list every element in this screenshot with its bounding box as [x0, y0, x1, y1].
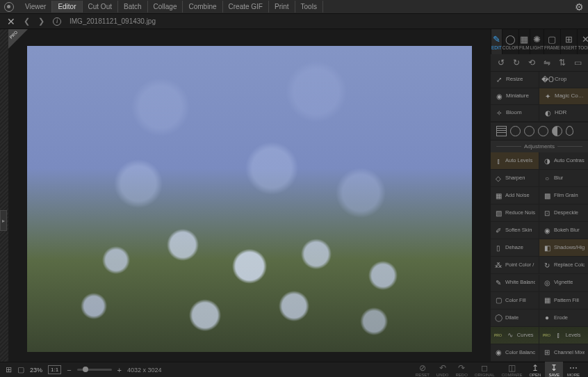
- adjust-sharpen[interactable]: ◇Sharpen: [491, 170, 539, 187]
- adjust-pattern-fill[interactable]: ▦Pattern Fill: [539, 292, 588, 310]
- adjust-soften-skin[interactable]: ✐Soften Skin: [491, 222, 539, 239]
- right-panel: ✎EDIT◯COLOR▦FILM✺LIGHT▢FRAME⊞INSERT✕TOOL…: [491, 29, 588, 362]
- adjustments-header: Adjustments: [491, 141, 588, 152]
- menu-batch[interactable]: Batch: [118, 1, 148, 13]
- menu-editor[interactable]: Editor: [52, 1, 82, 13]
- zoom-value: 23%: [30, 367, 42, 374]
- close-button[interactable]: ✕: [7, 16, 15, 27]
- preset-list-icon[interactable]: [496, 126, 507, 136]
- zoom-out-button[interactable]: −: [67, 366, 71, 374]
- menu-print[interactable]: Print: [269, 1, 295, 13]
- action-undo[interactable]: ↶UNDO: [434, 363, 452, 377]
- rotate-ccw-icon[interactable]: ↺: [496, 58, 506, 67]
- straighten-icon[interactable]: ▭: [573, 58, 582, 67]
- tool-crop[interactable]: �OCrop: [539, 72, 588, 88]
- adjust-despeckle[interactable]: ⊡Despeckle: [539, 204, 588, 222]
- rotate-cw-icon[interactable]: ↻: [512, 58, 521, 67]
- flip-v-icon[interactable]: ⇅: [557, 58, 567, 67]
- adjust-channel-mixer[interactable]: ⊞Channel Mixer: [539, 344, 588, 362]
- adjust-add-noise[interactable]: ▦Add Noise: [491, 187, 539, 204]
- mode-tab-insert[interactable]: ⊞INSERT: [560, 29, 578, 54]
- action-original[interactable]: ◻ORIGINAL: [472, 363, 498, 377]
- preset-row: [491, 122, 588, 141]
- preset-drop-icon[interactable]: [566, 126, 573, 136]
- info-icon[interactable]: i: [53, 17, 61, 26]
- preset-circle-1-icon[interactable]: [510, 126, 521, 136]
- rotate-free-icon[interactable]: ⟲: [527, 58, 537, 67]
- adjust-replace-color[interactable]: ↻Replace Color: [539, 257, 588, 274]
- menu-viewer[interactable]: Viewer: [19, 1, 52, 13]
- mode-tab-light[interactable]: ✺LIGHT: [530, 29, 544, 54]
- mode-tab-tools[interactable]: ✕TOOLS: [577, 29, 588, 54]
- grid-icon[interactable]: ⊞: [6, 365, 12, 374]
- image-dimensions: 4032 x 3024: [127, 367, 162, 374]
- left-strip: ▸: [0, 29, 8, 362]
- app-logo-icon[interactable]: [4, 2, 14, 12]
- action-save[interactable]: ↧SAVE: [545, 362, 563, 378]
- flip-h-icon[interactable]: ⇋: [542, 58, 552, 67]
- mode-tab-frame[interactable]: ▢FRAME: [544, 29, 560, 54]
- adjust-dilate[interactable]: ◯Dilate: [491, 310, 539, 327]
- transform-grid: ⤢Resize�OCrop◉Miniature✦Magic Color✧Bloo…: [491, 72, 588, 122]
- action-compare[interactable]: ◫COMPARE: [499, 363, 525, 377]
- zoom-in-button[interactable]: +: [117, 366, 122, 374]
- adjust-auto-levels[interactable]: ⫿Auto Levels: [491, 152, 539, 170]
- image-canvas[interactable]: [27, 46, 472, 352]
- adjust-film-grain[interactable]: ▩Film Grain: [539, 187, 588, 204]
- action-more[interactable]: ⋯MORE: [564, 363, 582, 377]
- adjust-reduce-noise[interactable]: ▧Reduce Noise: [491, 204, 539, 222]
- next-file-button[interactable]: ❯: [38, 17, 44, 26]
- fit-button[interactable]: 1:1: [48, 365, 61, 374]
- preset-circle-2-icon[interactable]: [524, 126, 534, 136]
- mode-tab-film[interactable]: ▦FILM: [518, 29, 530, 54]
- adjust-erode[interactable]: ●Erode: [539, 310, 588, 327]
- preset-half-icon[interactable]: [552, 126, 562, 136]
- tool-hdr[interactable]: ◐HDR: [539, 105, 588, 122]
- tool-bloom[interactable]: ✧Bloom: [491, 105, 539, 122]
- adjust-shadows-highlights[interactable]: ◧Shadows/Highlights: [539, 239, 588, 257]
- canvas-area: PRO: [8, 29, 491, 362]
- adjust-curves[interactable]: PRO∿Curves: [491, 327, 539, 344]
- expand-panel-button[interactable]: ▸: [0, 210, 7, 231]
- menu-tools[interactable]: Tools: [295, 1, 323, 13]
- adjust-bokeh-blur[interactable]: ◉Bokeh Blur: [539, 222, 588, 239]
- pro-badge: PRO: [8, 29, 28, 49]
- prev-file-button[interactable]: ❮: [24, 17, 30, 26]
- tool-magic-color[interactable]: ✦Magic Color: [539, 88, 588, 105]
- action-reset[interactable]: ⊘RESET: [413, 363, 432, 377]
- action-redo[interactable]: ↷REDO: [452, 363, 470, 377]
- preset-circle-3-icon[interactable]: [538, 126, 548, 136]
- mode-tabs: ✎EDIT◯COLOR▦FILM✺LIGHT▢FRAME⊞INSERT✕TOOL…: [491, 29, 588, 54]
- menu-cut-out[interactable]: Cut Out: [83, 1, 118, 13]
- file-bar: ✕ ❮ ❯ i IMG_20181121_091430.jpg: [0, 14, 588, 29]
- menu-combine[interactable]: Combine: [183, 1, 222, 13]
- top-menu: ViewerEditorCut OutBatchCollageCombineCr…: [0, 0, 588, 14]
- adjust-vignette[interactable]: ◎Vignette: [539, 275, 588, 292]
- mode-tab-color[interactable]: ◯COLOR: [502, 29, 518, 54]
- menu-create-gif[interactable]: Create GIF: [223, 1, 269, 13]
- adjustments-grid: ⫿Auto Levels◑Auto Contrast◇Sharpen○Blur▦…: [491, 152, 588, 362]
- tool-miniature[interactable]: ◉Miniature: [491, 88, 539, 105]
- status-bar: ⊞ ▢ 23% 1:1 − + 4032 x 3024 ⊘RESET↶UNDO↷…: [0, 362, 588, 377]
- view-icon[interactable]: ▢: [17, 365, 24, 374]
- zoom-slider[interactable]: [77, 369, 112, 371]
- file-name: IMG_20181121_091430.jpg: [70, 17, 156, 25]
- menu-collage[interactable]: Collage: [148, 1, 183, 13]
- action-open[interactable]: ↥OPEN: [526, 363, 544, 377]
- tool-resize[interactable]: ⤢Resize: [491, 72, 539, 88]
- adjust-dehaze[interactable]: ▯Dehaze: [491, 239, 539, 257]
- adjust-levels[interactable]: PRO⫿Levels: [539, 327, 588, 344]
- adjust-color-fill[interactable]: ▢Color Fill: [491, 292, 539, 310]
- mode-tab-edit[interactable]: ✎EDIT: [491, 29, 502, 54]
- adjust-auto-contrast[interactable]: ◑Auto Contrast: [539, 152, 588, 170]
- adjust-color-balance[interactable]: ◉Color Balance: [491, 344, 539, 362]
- adjust-white-balance[interactable]: ✎White Balance: [491, 275, 539, 292]
- adjust-blur[interactable]: ○Blur: [539, 170, 588, 187]
- settings-gear-icon[interactable]: ⚙: [575, 1, 584, 13]
- rotate-tools: ↺ ↻ ⟲ ⇋ ⇅ ▭: [491, 54, 588, 72]
- adjust-point-color-emphasize-col-[interactable]: ⁂Point Color / Emphasize Col.: [491, 257, 539, 274]
